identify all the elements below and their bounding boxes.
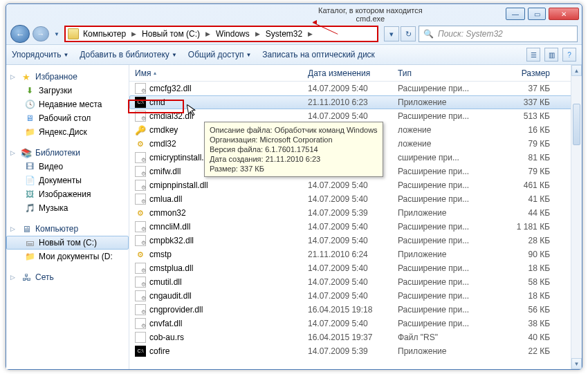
file-row[interactable]: cmipnpinstall.dll14.07.2009 5:40Расширен… <box>129 178 582 192</box>
favorites-header[interactable]: ▷★Избранное <box>6 70 129 84</box>
file-size: 44 КБ <box>502 208 557 218</box>
file-row[interactable]: cmncliM.dll14.07.2009 5:40Расширение при… <box>129 220 582 234</box>
computer-header[interactable]: ▷🖥Компьютер <box>6 222 129 236</box>
column-headers: Имя▴ Дата изменения Тип Размер <box>129 65 582 82</box>
file-date: 14.07.2009 5:40 <box>308 277 398 287</box>
file-type-icon <box>135 83 146 94</box>
burn-button[interactable]: Записать на оптический диск <box>262 50 375 59</box>
file-row[interactable]: ⚙cmstp21.11.2010 6:24Приложение90 КБ <box>129 247 582 261</box>
file-row[interactable]: cmstplua.dll14.07.2009 5:40Расширение пр… <box>129 261 582 275</box>
breadcrumb-windows[interactable]: Windows <box>213 29 252 39</box>
file-row[interactable]: ⚙cmmon3214.07.2009 5:39Приложение44 КБ <box>129 206 582 220</box>
column-date[interactable]: Дата изменения <box>308 68 398 78</box>
file-name-cell: cmcfg32.dll <box>135 83 308 94</box>
file-name: cmdl32 <box>149 139 176 149</box>
breadcrumb-system32[interactable]: System32 <box>263 29 305 39</box>
sidebar-item-yandex[interactable]: 📁Яндекс.Диск <box>6 125 129 139</box>
file-date: 14.07.2009 5:40 <box>308 263 398 273</box>
address-dropdown-button[interactable]: ▾ <box>384 26 399 41</box>
network-header[interactable]: ▷🖧Сеть <box>6 270 129 284</box>
chevron-right-icon[interactable]: ▶ <box>204 30 212 37</box>
file-type: сширение при... <box>398 153 502 162</box>
libraries-header[interactable]: ▷📚Библиотеки <box>6 146 129 160</box>
maximize-button[interactable]: ▭ <box>528 8 546 20</box>
file-name: cngprovider.dll <box>149 305 203 315</box>
help-button[interactable]: ? <box>562 48 576 62</box>
chevron-right-icon[interactable]: ▶ <box>254 30 261 37</box>
file-type-icon <box>135 263 146 274</box>
file-type: Приложение <box>398 250 502 259</box>
external-annotation: Каталог, в котором находится cmd.exe <box>318 6 423 23</box>
scroll-down-button[interactable]: ▼ <box>571 358 582 369</box>
sidebar-item-downloads[interactable]: ⬇Загрузки <box>6 84 129 97</box>
file-name-cell: ⚙cmstp <box>135 249 308 260</box>
file-type-icon <box>135 318 146 329</box>
sidebar-item-documents[interactable]: 📄Документы <box>6 174 129 187</box>
nav-back-button[interactable]: ← <box>10 25 30 43</box>
file-name-cell: cmd <box>135 97 308 108</box>
file-row[interactable]: cmcfg32.dll14.07.2009 5:40Расширение при… <box>129 82 582 95</box>
scroll-thumb[interactable] <box>573 104 580 145</box>
preview-pane-button[interactable]: ▥ <box>544 48 558 62</box>
column-type[interactable]: Тип <box>398 68 502 78</box>
address-bar[interactable]: Компьютер ▶ Новый том (C:) ▶ Windows ▶ S… <box>64 26 378 42</box>
sidebar-item-desktop[interactable]: 🖥Рабочий стол <box>6 111 129 125</box>
file-date: 21.11.2010 6:24 <box>308 250 398 259</box>
column-name[interactable]: Имя▴ <box>135 68 308 78</box>
breadcrumb-computer[interactable]: Компьютер <box>80 29 129 39</box>
content-area: ▷★Избранное ⬇Загрузки 🕓Недавние места 🖥Р… <box>6 65 582 369</box>
file-row[interactable]: cngprovider.dll16.04.2015 19:18Расширени… <box>129 303 582 317</box>
file-size: 28 КБ <box>502 236 557 245</box>
file-type: ложение <box>398 125 502 135</box>
sidebar-item-pictures[interactable]: 🖼Изображения <box>6 187 129 201</box>
sidebar-item-music[interactable]: 🎵Музыка <box>6 201 129 215</box>
view-options-button[interactable]: ☰ <box>526 48 540 62</box>
breadcrumb-drive[interactable]: Новый том (C:) <box>139 29 203 39</box>
file-type-icon <box>135 221 146 232</box>
file-row[interactable]: cnvfat.dll14.07.2009 5:40Расширение при.… <box>129 317 582 330</box>
vertical-scrollbar[interactable]: ▲ ▼ <box>571 65 582 369</box>
file-size: 56 КБ <box>502 305 557 315</box>
nav-history-dropdown[interactable]: ▼ <box>52 26 62 41</box>
sidebar-item-video[interactable]: 🎞Видео <box>6 160 129 174</box>
sidebar-item-recent[interactable]: 🕓Недавние места <box>6 97 129 111</box>
scroll-up-button[interactable]: ▲ <box>571 65 582 76</box>
chevron-right-icon[interactable]: ▶ <box>130 30 138 37</box>
share-menu[interactable]: Общий доступ▼ <box>188 50 252 59</box>
file-name-cell: cmstplua.dll <box>135 263 308 274</box>
chevron-right-icon[interactable]: ▶ <box>306 30 314 37</box>
file-name-cell: cmutil.dll <box>135 277 308 288</box>
organize-menu[interactable]: Упорядочить▼ <box>12 50 68 59</box>
file-row[interactable]: cmpbk32.dll14.07.2009 5:40Расширение при… <box>129 234 582 247</box>
file-row[interactable]: cofire14.07.2009 5:39Приложение22 КБ <box>129 344 582 358</box>
file-size: 79 КБ <box>502 139 557 149</box>
file-name: cmd <box>149 97 165 107</box>
file-tooltip: Описание файла: Обработчик команд Window… <box>204 122 383 177</box>
file-date: 21.11.2010 6:23 <box>308 97 398 107</box>
close-button[interactable]: ✕ <box>549 8 579 20</box>
add-to-library-menu[interactable]: Добавить в библиотеку▼ <box>80 50 176 59</box>
file-type-icon <box>135 97 146 108</box>
file-name-cell: cngaudit.dll <box>135 290 308 301</box>
sidebar-item-my-documents[interactable]: 📁Мои документы (D: <box>6 250 129 263</box>
toolbar: Упорядочить▼ Добавить в библиотеку▼ Общи… <box>6 44 582 65</box>
minimize-button[interactable]: — <box>506 8 525 20</box>
file-row[interactable]: cmlua.dll14.07.2009 5:40Расширение при..… <box>129 192 582 206</box>
file-name: cmicryptinstall.dl <box>149 153 210 162</box>
file-size: 337 КБ <box>502 97 557 107</box>
file-row[interactable]: cngaudit.dll14.07.2009 5:40Расширение пр… <box>129 289 582 303</box>
file-name-cell: cofire <box>135 346 308 357</box>
file-name: cofire <box>149 346 169 356</box>
sidebar-item-drive-c[interactable]: 🖴Новый том (C:) <box>6 236 129 250</box>
refresh-button[interactable]: ↻ <box>401 26 416 41</box>
file-row[interactable]: cob-au.rs16.04.2015 19:37Файл "RS"40 КБ <box>129 330 582 344</box>
file-row[interactable]: cmutil.dll14.07.2009 5:40Расширение при.… <box>129 275 582 289</box>
search-input[interactable]: 🔍 Поиск: System32 <box>419 26 578 42</box>
file-size: 38 КБ <box>502 319 557 328</box>
search-icon: 🔍 <box>423 29 434 39</box>
file-row[interactable]: cmd21.11.2010 6:23Приложение337 КБ <box>129 95 582 109</box>
nav-forward-button[interactable]: → <box>33 26 49 41</box>
file-type: Расширение при... <box>398 222 502 232</box>
column-size[interactable]: Размер <box>502 68 557 78</box>
file-name: cmcfg32.dll <box>149 84 192 93</box>
